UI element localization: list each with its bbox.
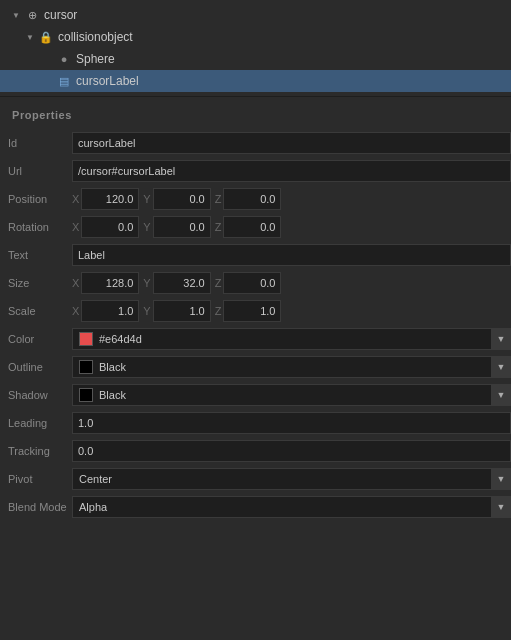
blendmode-dropdown-wrapper: Alpha ▼ [72,496,511,518]
leading-input[interactable] [72,412,511,434]
cursor-icon: ⊕ [24,7,40,23]
color-swatch [79,332,93,346]
size-y-input[interactable] [153,272,211,294]
scale-xyz: X Y Z [72,300,511,322]
scale-label: Scale [0,305,72,317]
shadow-dropdown[interactable]: Black [72,384,511,406]
pivot-dropdown[interactable]: Center [72,468,511,490]
scale-x-label: X [72,305,79,317]
position-z-input[interactable] [223,188,281,210]
rotation-x-label: X [72,221,79,233]
color-dropdown-wrapper: #e64d4d ▼ [72,328,511,350]
scale-x-input[interactable] [81,300,139,322]
scale-z-label: Z [215,305,222,317]
color-label: Color [0,333,72,345]
outline-swatch [79,360,93,374]
tree-item-collisionobject[interactable]: ▼ 🔒 collisionobject [0,26,511,48]
rotation-y-input[interactable] [153,216,211,238]
url-value-container [72,160,511,182]
size-y-label: Y [143,277,150,289]
text-label: Text [0,249,72,261]
blendmode-dropdown[interactable]: Alpha [72,496,511,518]
position-xyz: X Y Z [72,188,511,210]
position-y-label: Y [143,193,150,205]
position-z-label: Z [215,193,222,205]
tree-label-collisionobject: collisionobject [58,30,133,44]
color-value: #e64d4d [99,333,142,345]
tree-item-cursorlabel[interactable]: ▤ cursorLabel [0,70,511,92]
size-z-label: Z [215,277,222,289]
sphere-icon: ● [56,51,72,67]
tree-label-cursor: cursor [44,8,77,22]
scale-y-label: Y [143,305,150,317]
shadow-dropdown-wrapper: Black ▼ [72,384,511,406]
rotation-row: Rotation X Y Z [0,213,511,241]
rotation-z-input[interactable] [223,216,281,238]
url-label: Url [0,165,72,177]
url-input[interactable] [72,160,511,182]
size-x-label: X [72,277,79,289]
tracking-label: Tracking [0,445,72,457]
rotation-x-input[interactable] [81,216,139,238]
pivot-row: Pivot Center ▼ [0,465,511,493]
color-row: Color #e64d4d ▼ [0,325,511,353]
rotation-y-label: Y [143,221,150,233]
tracking-value-container [72,440,511,462]
id-value-container [72,132,511,154]
url-row: Url [0,157,511,185]
leading-value-container [72,412,511,434]
blendmode-row: Blend Mode Alpha ▼ [0,493,511,521]
id-row: Id [0,129,511,157]
blendmode-label: Blend Mode [0,501,72,513]
tracking-input[interactable] [72,440,511,462]
shadow-row: Shadow Black ▼ [0,381,511,409]
id-label: Id [0,137,72,149]
pivot-label: Pivot [0,473,72,485]
position-label: Position [0,193,72,205]
lock-icon: 🔒 [38,29,54,45]
id-input[interactable] [72,132,511,154]
outline-dropdown-wrapper: Black ▼ [72,356,511,378]
position-row: Position X Y Z [0,185,511,213]
pivot-dropdown-wrapper: Center ▼ [72,468,511,490]
tracking-row: Tracking [0,437,511,465]
label-icon: ▤ [56,73,72,89]
tree-panel: ▼ ⊕ cursor ▼ 🔒 collisionobject ● Sphere … [0,0,511,97]
position-x-input[interactable] [81,188,139,210]
scale-y-input[interactable] [153,300,211,322]
shadow-swatch [79,388,93,402]
rotation-z-label: Z [215,221,222,233]
outline-dropdown[interactable]: Black [72,356,511,378]
outline-label: Outline [0,361,72,373]
scale-z-input[interactable] [223,300,281,322]
text-row: Text [0,241,511,269]
tree-arrow-cursor: ▼ [10,11,22,20]
tree-arrow-collisionobject: ▼ [24,33,36,42]
leading-label: Leading [0,417,72,429]
outline-value: Black [99,361,126,373]
properties-panel: Properties Id Url Position X Y Z Rotatio… [0,97,511,529]
text-input[interactable] [72,244,511,266]
size-xyz: X Y Z [72,272,511,294]
tree-label-cursorlabel: cursorLabel [76,74,139,88]
color-dropdown[interactable]: #e64d4d [72,328,511,350]
shadow-value: Black [99,389,126,401]
rotation-xyz: X Y Z [72,216,511,238]
position-y-input[interactable] [153,188,211,210]
tree-label-sphere: Sphere [76,52,115,66]
size-label: Size [0,277,72,289]
outline-row: Outline Black ▼ [0,353,511,381]
shadow-label: Shadow [0,389,72,401]
properties-title: Properties [0,105,511,129]
leading-row: Leading [0,409,511,437]
size-z-input[interactable] [223,272,281,294]
position-x-label: X [72,193,79,205]
tree-item-cursor[interactable]: ▼ ⊕ cursor [0,4,511,26]
rotation-label: Rotation [0,221,72,233]
tree-item-sphere[interactable]: ● Sphere [0,48,511,70]
size-row: Size X Y Z [0,269,511,297]
size-x-input[interactable] [81,272,139,294]
scale-row: Scale X Y Z [0,297,511,325]
text-value-container [72,244,511,266]
